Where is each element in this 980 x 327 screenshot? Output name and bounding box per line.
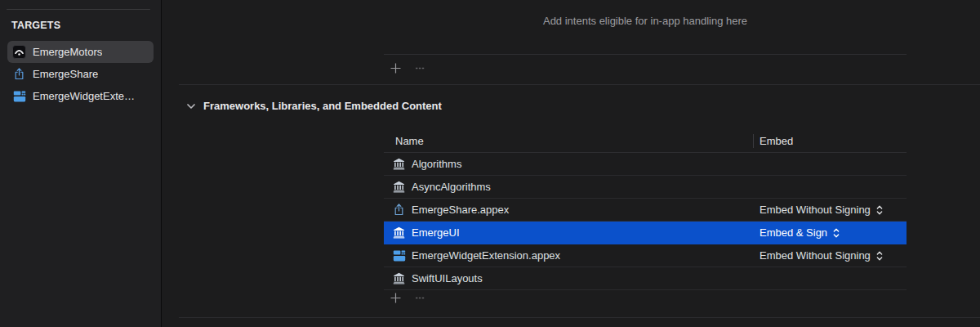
framework-name: EmergeWidgetExtension.appex bbox=[412, 249, 560, 262]
table-row-asyncalgorithms[interactable]: AsyncAlgorithms bbox=[384, 176, 906, 199]
sidebar-item-label: EmergeShare bbox=[33, 68, 98, 80]
library-icon bbox=[392, 272, 406, 284]
column-header-embed: Embed bbox=[760, 135, 793, 147]
share-icon bbox=[12, 67, 26, 81]
sidebar-item-emergewidgetexte[interactable]: EmergeWidgetExte… bbox=[7, 85, 154, 107]
intents-actions bbox=[390, 62, 425, 74]
framework-name: AsyncAlgorithms bbox=[412, 181, 491, 193]
library-icon bbox=[392, 158, 406, 170]
table-header-row: Name Embed bbox=[384, 130, 906, 153]
frameworks-actions bbox=[390, 292, 425, 303]
embed-value: Embed Without Signing bbox=[760, 204, 871, 216]
table-row-emergeui[interactable]: EmergeUI Embed & Sign bbox=[384, 222, 906, 244]
embed-value: Embed & Sign bbox=[760, 226, 827, 239]
embed-dropdown[interactable]: Embed Without Signing bbox=[760, 204, 883, 216]
widget-icon bbox=[12, 89, 26, 103]
app-icon bbox=[12, 45, 26, 59]
chevron-updown-icon bbox=[876, 205, 883, 215]
chevron-updown-icon bbox=[876, 251, 883, 261]
frameworks-section-title: Frameworks, Libraries, and Embedded Cont… bbox=[203, 100, 442, 112]
panel-bottom-divider bbox=[179, 317, 980, 318]
table-row-algorithms[interactable]: Algorithms bbox=[384, 153, 906, 176]
xcode-target-editor: TARGETS EmergeMotors EmergeShare EmergeW… bbox=[0, 0, 980, 327]
sidebar-separator bbox=[7, 9, 150, 10]
framework-name: EmergeShare.appex bbox=[412, 204, 509, 216]
share-icon bbox=[392, 204, 406, 216]
frameworks-table: Name Embed Algorithms AsyncAlgorithms Em… bbox=[384, 130, 906, 290]
disclosure-chevron-down-icon[interactable] bbox=[187, 104, 195, 109]
remove-intent-button[interactable] bbox=[414, 62, 425, 74]
chevron-updown-icon bbox=[833, 228, 840, 238]
widget-icon bbox=[392, 249, 406, 262]
targets-sidebar: TARGETS EmergeMotors EmergeShare EmergeW… bbox=[0, 0, 162, 327]
column-header-name: Name bbox=[384, 135, 424, 147]
framework-name: EmergeUI bbox=[412, 226, 460, 239]
library-icon bbox=[392, 181, 406, 193]
intents-placeholder-text: Add intents eligible for in-app handling… bbox=[384, 15, 906, 27]
section-divider bbox=[179, 84, 980, 85]
embed-value: Embed Without Signing bbox=[760, 249, 871, 262]
column-divider bbox=[753, 134, 754, 148]
targets-header: TARGETS bbox=[11, 20, 60, 31]
library-icon bbox=[392, 226, 406, 239]
framework-name: Algorithms bbox=[412, 158, 461, 170]
table-body: Algorithms AsyncAlgorithms EmergeShare.a… bbox=[384, 153, 906, 290]
table-row-swiftuilayouts[interactable]: SwiftUILayouts bbox=[384, 267, 906, 290]
sidebar-item-label: EmergeMotors bbox=[33, 46, 102, 58]
add-framework-button[interactable] bbox=[390, 292, 401, 303]
sidebar-item-label: EmergeWidgetExte… bbox=[33, 90, 135, 102]
table-row-emergeshare-appex[interactable]: EmergeShare.appex Embed Without Signing bbox=[384, 199, 906, 222]
remove-framework-button[interactable] bbox=[414, 292, 425, 303]
frameworks-section-header: Frameworks, Libraries, and Embedded Cont… bbox=[187, 100, 442, 112]
intents-table-divider bbox=[384, 54, 906, 55]
embed-dropdown[interactable]: Embed Without Signing bbox=[760, 249, 883, 262]
sidebar-item-emergeshare[interactable]: EmergeShare bbox=[7, 63, 154, 85]
table-row-emergewidgetextension-appex[interactable]: EmergeWidgetExtension.appex Embed Withou… bbox=[384, 244, 906, 267]
add-intent-button[interactable] bbox=[390, 62, 401, 74]
embed-dropdown[interactable]: Embed & Sign bbox=[760, 226, 840, 239]
framework-name: SwiftUILayouts bbox=[412, 272, 483, 284]
sidebar-item-emergemotors[interactable]: EmergeMotors bbox=[7, 41, 154, 63]
targets-list: EmergeMotors EmergeShare EmergeWidgetExt… bbox=[0, 41, 161, 107]
